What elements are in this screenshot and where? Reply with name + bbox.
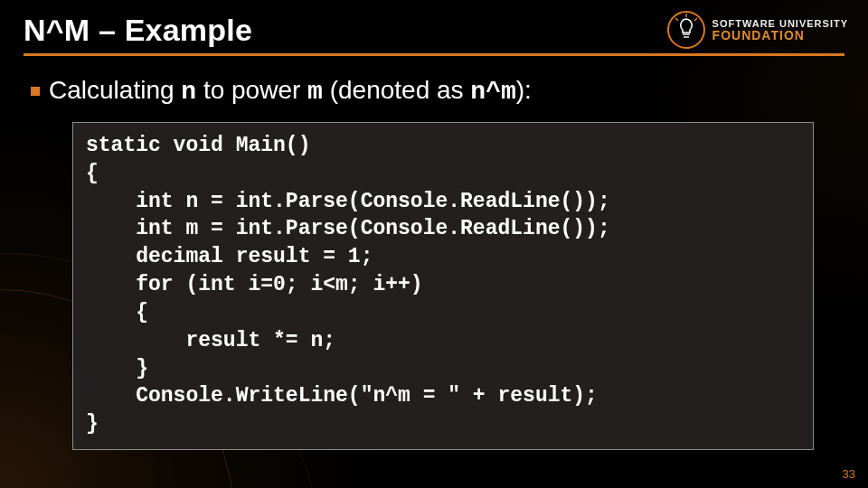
lightbulb-icon [667,11,705,49]
bullet-frag: ): [516,76,532,104]
bullet-frag: Calculating [49,76,181,104]
bullet-frag: (denoted as [323,76,470,104]
logo-text-line1: SOFTWARE UNIVERSITY [712,19,848,29]
inline-code-nm: n^m [470,78,515,106]
logo-text-line2: FOUNDATION [712,29,848,42]
bullet-text: Calculating n to power m (denoted as n^m… [49,76,532,106]
bullet-square-icon [31,87,40,96]
svg-line-4 [675,18,678,21]
logo: SOFTWARE UNIVERSITY FOUNDATION [667,11,848,49]
slide: SOFTWARE UNIVERSITY FOUNDATION N^M – Exa… [0,0,868,488]
bullet-frag: to power [196,76,307,104]
page-number: 33 [843,467,855,481]
bullet-item: Calculating n to power m (denoted as n^m… [31,76,843,106]
code-block: static void Main() { int n = int.Parse(C… [72,122,814,450]
svg-line-5 [694,18,697,21]
inline-code-m: m [307,78,323,106]
inline-code-n: n [181,78,196,106]
